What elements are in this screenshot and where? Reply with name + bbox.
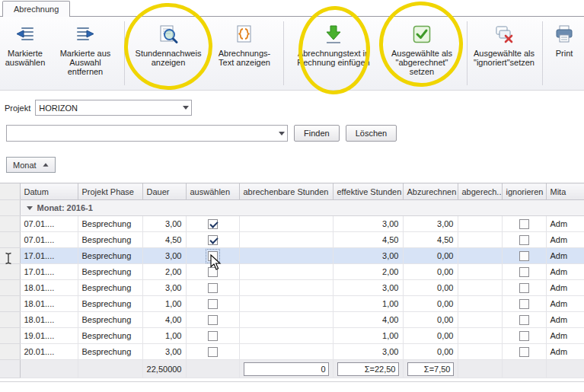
column-header-auswaehlen[interactable]: auswählen xyxy=(186,183,239,200)
cell-effektiv: 4,50 xyxy=(333,232,403,248)
footer-cell xyxy=(186,360,239,378)
row-indicator[interactable] xyxy=(0,280,20,296)
search-row: Finden Löschen xyxy=(6,125,584,142)
clear-button[interactable]: Löschen xyxy=(346,125,397,142)
cell-datum: 17.01.... xyxy=(20,264,78,280)
footer-cell xyxy=(78,360,142,378)
select-checkbox[interactable] xyxy=(208,299,218,309)
column-header-abgerechnet[interactable]: abgerech... xyxy=(458,183,502,200)
select-checkbox[interactable] xyxy=(208,267,218,277)
cell-datum: 18.01.... xyxy=(20,296,78,312)
cell-datum: 20.01.... xyxy=(20,344,78,360)
select-checkbox[interactable] xyxy=(208,315,218,325)
column-header-ignorieren[interactable]: ignorieren xyxy=(502,183,546,200)
column-header-abrechenbare-stunden[interactable]: abrechenbare Stunden xyxy=(239,183,333,200)
column-header-dauer[interactable]: Dauer xyxy=(142,183,186,200)
cell-mitarbeiter: Adm xyxy=(546,296,584,312)
sum-effektive-stunden: Σ=22,50 xyxy=(337,362,399,376)
select-marked-button[interactable]: Markierte auswählen xyxy=(2,20,49,85)
ignore-checkbox[interactable] xyxy=(519,299,529,309)
ignore-checkbox[interactable] xyxy=(519,283,529,293)
cell-ignorieren xyxy=(502,216,546,232)
print-button[interactable]: Print xyxy=(547,20,582,85)
search-combobox[interactable] xyxy=(6,125,288,142)
cell-auswaehlen xyxy=(186,264,239,280)
column-header-projekt-phase[interactable]: Projekt Phase xyxy=(78,183,142,200)
footer-cell xyxy=(502,360,546,378)
cell-abgerechnet xyxy=(458,264,502,280)
dropdown-arrow-icon[interactable] xyxy=(276,126,287,141)
project-select[interactable]: HORIZON xyxy=(35,100,192,116)
group-chip-monat[interactable]: Monat xyxy=(6,157,56,173)
table-row[interactable]: 18.01....Besprechung3,003,000,00Adm xyxy=(0,280,584,296)
tab-abrechnung[interactable]: Abrechnung xyxy=(2,1,70,17)
cell-auswaehlen xyxy=(186,344,239,360)
select-checkbox[interactable] xyxy=(208,347,218,357)
select-checkbox[interactable] xyxy=(208,283,218,293)
group-row-label: Monat: 2016-1 xyxy=(37,203,93,212)
select-checkbox[interactable] xyxy=(208,331,218,341)
column-header-datum[interactable]: Datum xyxy=(20,183,78,200)
cell-datum: 19.01.... xyxy=(20,328,78,344)
find-button[interactable]: Finden xyxy=(294,125,340,142)
select-checkbox[interactable] xyxy=(208,235,218,245)
ignore-checkbox[interactable] xyxy=(519,219,529,229)
row-indicator[interactable] xyxy=(0,264,20,280)
table-row[interactable]: 18.01....Besprechung1,001,000,00Adm xyxy=(0,296,584,312)
table-row[interactable]: 07.01....Besprechung4,504,504,50Adm xyxy=(0,232,584,248)
remove-from-selection-button[interactable]: Markierte aus Auswahl entfernen xyxy=(50,20,120,85)
cell-auswaehlen xyxy=(186,328,239,344)
cell-ignorieren xyxy=(502,344,546,360)
billing-text-icon xyxy=(234,22,255,46)
sort-asc-icon xyxy=(43,163,48,167)
select-checkbox[interactable] xyxy=(208,251,218,261)
set-ignored-button[interactable]: Ausgewählte als "ignoriert"setzen xyxy=(470,20,538,85)
cell-mitarbeiter: Adm xyxy=(546,248,584,264)
cell-dauer: 2,00 xyxy=(142,264,186,280)
row-indicator[interactable] xyxy=(0,232,20,248)
insert-invoice-text-button[interactable]: Abrechnungstext in Rechnung einfügen xyxy=(294,20,373,85)
ignore-checkbox[interactable] xyxy=(519,251,529,261)
table-row[interactable]: 18.01....Besprechung4,004,000,00Adm xyxy=(0,312,584,328)
cell-phase: Besprechung xyxy=(78,248,142,264)
ignore-checkbox[interactable] xyxy=(519,235,529,245)
cell-dauer: 4,00 xyxy=(142,312,186,328)
column-header-mitarbeiter[interactable]: Mita xyxy=(546,183,584,200)
column-header-abzurechnen[interactable]: Abzurechnen xyxy=(403,183,458,200)
ignore-checkbox[interactable] xyxy=(519,267,529,277)
search-input[interactable] xyxy=(7,126,276,141)
cell-ignorieren xyxy=(502,248,546,264)
cell-datum: 18.01.... xyxy=(20,280,78,296)
table-row[interactable]: 19.01....Besprechung1,001,000,00Adm xyxy=(0,328,584,344)
dropdown-arrow-icon[interactable] xyxy=(180,100,191,115)
row-indicator[interactable] xyxy=(0,296,20,312)
table-row[interactable]: 20.01....Besprechung3,003,000,00Adm xyxy=(0,344,584,360)
table-row[interactable]: 17.01....Besprechung3,003,000,00Adm xyxy=(0,248,584,264)
cell-auswaehlen xyxy=(186,312,239,328)
row-indicator xyxy=(0,200,20,216)
sum-dauer: 22,50000 xyxy=(142,360,186,378)
row-indicator[interactable] xyxy=(0,248,20,264)
set-billed-button[interactable]: Ausgewählte als "abgerechnet" setzen xyxy=(381,20,463,85)
table-row[interactable]: 07.01....Besprechung3,003,003,00Adm xyxy=(0,216,584,232)
ignore-checkbox[interactable] xyxy=(519,331,529,341)
row-indicator[interactable] xyxy=(0,344,20,360)
group-row[interactable]: Monat: 2016-1 xyxy=(0,200,584,216)
row-indicator[interactable] xyxy=(0,216,20,232)
summary-footer-row: 22,50000 0 Σ=22,50 Σ=7,50 xyxy=(0,360,584,378)
cell-mitarbeiter: Adm xyxy=(546,328,584,344)
ignore-checkbox[interactable] xyxy=(519,315,529,325)
table-row[interactable]: 17.01....Besprechung2,002,000,00Adm xyxy=(0,264,584,280)
select-checkbox[interactable] xyxy=(208,219,218,229)
show-timesheet-button[interactable]: Stundennachweis anzeigen xyxy=(132,20,205,85)
row-indicator[interactable] xyxy=(0,312,20,328)
show-billing-text-button[interactable]: Abrechnungs-Text anzeigen xyxy=(209,20,279,85)
ignore-checkbox[interactable] xyxy=(519,347,529,357)
column-header-effektive-stunden[interactable]: effektive Stunden xyxy=(333,183,403,200)
cell-abzurechnen: 0,00 xyxy=(403,264,458,280)
select-marked-icon xyxy=(14,22,36,46)
cell-phase: Besprechung xyxy=(78,264,142,280)
row-indicator[interactable] xyxy=(0,328,20,344)
collapse-icon[interactable] xyxy=(27,206,33,210)
cell-auswaehlen xyxy=(186,232,239,248)
